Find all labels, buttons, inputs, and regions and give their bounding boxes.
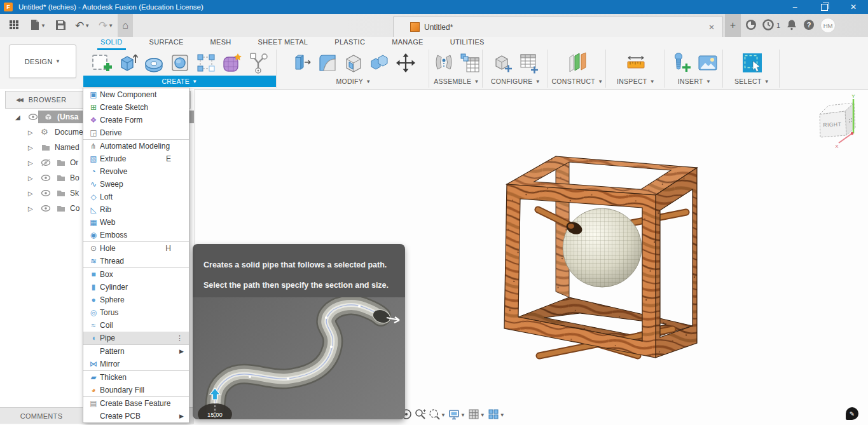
menu-item-box[interactable]: ■Box bbox=[83, 268, 189, 281]
undo-button[interactable]: ↶▼ bbox=[71, 16, 94, 35]
app-grid-button[interactable] bbox=[4, 16, 24, 35]
menu-item-thread[interactable]: ≋Thread bbox=[83, 255, 189, 267]
revolve-tool-icon[interactable] bbox=[142, 51, 166, 75]
move-tool-icon[interactable] bbox=[394, 51, 418, 75]
ribbon-tab-utilities[interactable]: UTILITIES bbox=[437, 37, 498, 50]
menu-item-create-pcb[interactable]: Create PCB▶ bbox=[83, 410, 189, 422]
chevron-down-icon[interactable]: ▼ bbox=[500, 412, 505, 418]
viewports-nav-button[interactable]: ▼ bbox=[488, 408, 505, 422]
visibility-eye-icon[interactable] bbox=[28, 113, 38, 125]
ribbon-group-label-select[interactable]: SELECT ▼ bbox=[725, 76, 779, 87]
menu-item-sphere[interactable]: ●Sphere bbox=[83, 293, 189, 306]
chevron-down-icon[interactable]: ▼ bbox=[108, 23, 113, 29]
shell-tool-icon[interactable] bbox=[341, 51, 366, 75]
avatar[interactable]: HM bbox=[820, 18, 836, 33]
menu-item-mirror[interactable]: ⋈Mirror bbox=[83, 358, 189, 370]
expand-open-icon[interactable]: ◢ bbox=[15, 114, 20, 121]
chevron-down-icon[interactable]: ▼ bbox=[441, 412, 446, 418]
tab-close-icon[interactable]: ✕ bbox=[708, 23, 715, 32]
canvas-tool-icon[interactable] bbox=[696, 51, 720, 75]
menu-item-extrude[interactable]: ▧ExtrudeE bbox=[83, 152, 189, 165]
ribbon-group-label-construct[interactable]: CONSTRUCT ▼ bbox=[549, 76, 605, 87]
create-form-tool-icon[interactable] bbox=[220, 51, 244, 75]
ribbon-group-label-modify[interactable]: MODIFY ▼ bbox=[279, 76, 429, 87]
close-button[interactable]: ✕ bbox=[839, 0, 868, 14]
file-new-button[interactable]: ▼ bbox=[24, 16, 50, 35]
zoom-window-nav-button[interactable]: ▼ bbox=[429, 408, 446, 422]
menu-item-create-form[interactable]: ❖Create Form bbox=[83, 114, 189, 126]
new-tab-button[interactable]: + bbox=[725, 14, 741, 37]
ribbon-tab-manage[interactable]: MANAGE bbox=[378, 37, 436, 50]
create-sketch-tool-icon[interactable] bbox=[90, 51, 114, 75]
workspace-selector[interactable]: DESIGN ▼ bbox=[9, 44, 76, 78]
minimize-button[interactable]: – bbox=[780, 0, 809, 14]
ribbon-group-label-create[interactable]: CREATE ▼ bbox=[83, 76, 276, 87]
extensions-icon[interactable] bbox=[745, 19, 757, 32]
menu-item-loft[interactable]: ◇Loft bbox=[83, 191, 189, 203]
chevron-down-icon[interactable]: ▼ bbox=[460, 412, 465, 418]
select-tool-icon[interactable] bbox=[740, 51, 764, 75]
hole-tool-icon[interactable] bbox=[168, 51, 192, 75]
menu-item-pipe[interactable]: ◖Pipe⋮ bbox=[83, 332, 189, 344]
zoom-nav-button[interactable] bbox=[415, 408, 426, 422]
configuration-tool-icon[interactable] bbox=[491, 51, 515, 75]
home-button[interactable]: ⌂ bbox=[118, 14, 133, 37]
menu-item-cylinder[interactable]: ▮Cylinder bbox=[83, 281, 189, 293]
menu-item-create-sketch[interactable]: ⊞Create Sketch bbox=[83, 101, 189, 114]
expand-closed-icon[interactable]: ▷ bbox=[28, 129, 33, 136]
expand-closed-icon[interactable]: ▷ bbox=[28, 159, 33, 166]
collapse-panel-icon[interactable]: ◀◀ bbox=[16, 97, 22, 103]
menu-item-sweep[interactable]: ∿Sweep bbox=[83, 178, 189, 191]
chevron-down-icon[interactable]: ▼ bbox=[41, 23, 46, 29]
joint-tool-icon[interactable] bbox=[432, 51, 456, 75]
menu-item-emboss[interactable]: ◉Emboss bbox=[83, 229, 189, 241]
grid-display-nav-button[interactable]: ▼ bbox=[468, 408, 485, 422]
ribbon-group-label-insert[interactable]: INSERT ▼ bbox=[666, 76, 722, 87]
ribbon-tab-mesh[interactable]: MESH bbox=[197, 37, 245, 50]
combine-tool-icon[interactable] bbox=[368, 51, 392, 75]
menu-item-boundary-fill[interactable]: ◕Boundary Fill bbox=[83, 384, 189, 396]
measure-tool-icon[interactable] bbox=[624, 51, 648, 75]
automated-modeling-tool-icon[interactable] bbox=[246, 51, 270, 75]
insert-fastener-tool-icon[interactable] bbox=[670, 51, 694, 75]
visibility-eye-icon[interactable] bbox=[41, 159, 51, 171]
menu-item-web[interactable]: ▦Web bbox=[83, 216, 189, 229]
extrude-tool-icon[interactable] bbox=[116, 51, 140, 75]
menu-item-new-component[interactable]: ▣New Component bbox=[83, 88, 189, 101]
visibility-eye-icon[interactable] bbox=[41, 174, 51, 186]
component-table-tool-icon[interactable] bbox=[458, 51, 482, 75]
chevron-down-icon[interactable]: ▼ bbox=[480, 412, 485, 418]
ribbon-group-label-assemble[interactable]: ASSEMBLE ▼ bbox=[431, 76, 482, 87]
menu-item-thicken[interactable]: ▰Thicken bbox=[83, 371, 189, 384]
restore-button[interactable] bbox=[809, 0, 839, 14]
view-cube[interactable]: RIGHT Y X bbox=[816, 93, 868, 154]
ribbon-tab-solid[interactable]: SOLID bbox=[87, 37, 136, 50]
menu-item-coil[interactable]: ≈Coil bbox=[83, 319, 189, 332]
kebab-menu-icon[interactable]: ⋮ bbox=[176, 334, 183, 342]
visibility-eye-icon[interactable] bbox=[41, 205, 51, 217]
ribbon-tab-sheet-metal[interactable]: SHEET METAL bbox=[245, 37, 322, 50]
display-settings-nav-button[interactable]: ▼ bbox=[448, 408, 465, 422]
expand-closed-icon[interactable]: ▷ bbox=[28, 205, 33, 212]
menu-item-torus[interactable]: ◎Torus bbox=[83, 306, 189, 319]
ribbon-group-label-inspect[interactable]: INSPECT ▼ bbox=[608, 76, 664, 87]
ribbon-group-label-configure[interactable]: CONFIGURE ▼ bbox=[485, 76, 547, 87]
menu-item-derive[interactable]: ◲Derive bbox=[83, 126, 189, 139]
menu-item-automated-modeling[interactable]: ⋔Automated Modeling bbox=[83, 140, 189, 152]
save-button[interactable] bbox=[50, 16, 71, 35]
expand-closed-icon[interactable]: ▷ bbox=[28, 144, 33, 151]
chevron-down-icon[interactable]: ▼ bbox=[85, 23, 90, 29]
notifications-bell-icon[interactable] bbox=[786, 19, 797, 32]
viewport-model[interactable] bbox=[501, 145, 702, 363]
ribbon-tab-surface[interactable]: SURFACE bbox=[136, 37, 197, 50]
visibility-eye-icon[interactable] bbox=[41, 189, 51, 201]
menu-item-create-base-feature[interactable]: ▤Create Base Feature bbox=[83, 397, 189, 410]
ribbon-tab-plastic[interactable]: PLASTIC bbox=[321, 37, 378, 50]
help-icon[interactable]: ? bbox=[803, 19, 815, 32]
menu-item-pattern[interactable]: Pattern▶ bbox=[83, 345, 189, 358]
menu-item-hole[interactable]: ⊙HoleH bbox=[83, 242, 189, 255]
redo-button[interactable]: ↷▼ bbox=[94, 16, 118, 35]
construction-plane-tool-icon[interactable] bbox=[565, 51, 589, 75]
feedback-pencil-badge[interactable]: ✎ bbox=[846, 407, 858, 420]
pattern-tool-icon[interactable] bbox=[194, 51, 218, 75]
